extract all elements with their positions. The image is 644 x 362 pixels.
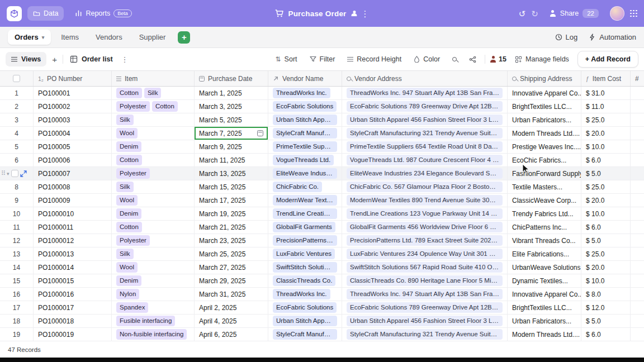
table-tab-supplier[interactable]: Supplier xyxy=(132,30,173,45)
vendor-address-cell[interactable]: EliteWeave Industries 234 Elegance Boule… xyxy=(342,167,508,180)
po-number-cell[interactable]: PO1000018 xyxy=(34,315,112,327)
purchase-date-cell[interactable]: March 7, 2025 xyxy=(195,127,268,140)
vendor-address-cell[interactable]: EcoFabric Solutions 789 Greenway Drive A… xyxy=(342,301,508,314)
item-cost-cell[interactable]: $ 12.0 xyxy=(581,301,631,314)
vendor-address-cell[interactable]: Urban Stitch Apparel 456 Fashion Street … xyxy=(342,113,508,126)
item-cell[interactable]: Nylon xyxy=(112,288,195,301)
column-header-add-field[interactable]: # xyxy=(631,71,644,86)
item-cell[interactable]: Polyester xyxy=(112,167,195,180)
view-kebab-icon[interactable]: ⋮ xyxy=(120,55,130,64)
column-header-item[interactable]: Item xyxy=(112,71,195,86)
row-number-cell[interactable]: 3 xyxy=(0,113,34,126)
item-cell[interactable]: Non-fusible interfacing xyxy=(112,328,195,341)
row-number-cell[interactable]: 2 xyxy=(0,100,34,113)
vendor-name-cell[interactable]: PrimeTextile Suppliers xyxy=(268,140,342,153)
shipping-address-cell[interactable]: Textile Masters... xyxy=(508,180,581,193)
views-button[interactable]: Views xyxy=(6,52,46,66)
expand-record-icon[interactable] xyxy=(20,170,27,177)
vendor-name-cell[interactable]: StyleCraft Manufact... xyxy=(268,328,342,341)
redo-icon[interactable]: ↻ xyxy=(531,9,538,18)
item-cost-cell[interactable]: $ 6.0 xyxy=(581,154,631,166)
item-cell[interactable]: PolyesterCotton xyxy=(112,100,195,113)
item-cell[interactable]: Cotton xyxy=(112,154,195,166)
row-number-cell[interactable]: 19 xyxy=(0,328,34,341)
item-cell[interactable]: Spandex xyxy=(112,301,195,314)
vendor-name-cell[interactable]: EcoFabric Solutions xyxy=(268,301,342,314)
shipping-address-cell[interactable]: Trendy Fabrics Ltd... xyxy=(508,207,581,220)
drag-handle-icon[interactable]: ⠿ xyxy=(1,170,5,177)
table-tab-orders[interactable]: Orders ▾ xyxy=(8,30,51,45)
item-cell[interactable]: Silk xyxy=(112,180,195,193)
nav-data-tab[interactable]: Data xyxy=(27,6,64,21)
po-number-cell[interactable]: PO1000011 xyxy=(34,221,112,234)
record-height-button[interactable]: Record Height xyxy=(343,53,405,66)
purchase-date-cell[interactable]: March 1, 2025 xyxy=(195,87,268,99)
item-cell[interactable]: Wool xyxy=(112,127,195,140)
vendor-address-cell[interactable]: LuxFabric Ventures 234 Opulence Way Unit… xyxy=(342,247,508,260)
vendor-name-cell[interactable]: PrecisionPatterns Ltd. xyxy=(268,234,342,247)
vendor-name-cell[interactable]: EliteWeave Industries xyxy=(268,167,342,180)
row-number-cell[interactable]: 15 xyxy=(0,274,34,287)
item-cost-cell[interactable]: $ 25.0 xyxy=(581,113,631,126)
purchase-date-cell[interactable]: March 13, 2025 xyxy=(195,167,268,180)
purchase-date-cell[interactable]: March 17, 2025 xyxy=(195,194,268,207)
item-cost-cell[interactable]: $ 20.0 xyxy=(581,127,631,140)
shipping-address-cell[interactable]: FashionForward Supply... xyxy=(508,167,581,180)
item-cost-cell[interactable]: $ 25.0 xyxy=(581,180,631,193)
purchase-date-cell[interactable]: March 3, 2025 xyxy=(195,100,268,113)
shipping-address-cell[interactable]: Modern Threads Ltd.... xyxy=(508,328,581,341)
po-number-cell[interactable]: PO100009 xyxy=(34,194,112,207)
undo-icon[interactable]: ↺ xyxy=(519,9,526,18)
item-cost-cell[interactable]: $ 6.0 xyxy=(581,328,631,341)
po-number-cell[interactable]: PO100006 xyxy=(34,154,112,166)
row-number-cell[interactable]: 9 xyxy=(0,194,34,207)
item-cell[interactable]: Silk xyxy=(112,247,195,260)
search-button[interactable] xyxy=(448,54,461,64)
item-cost-cell[interactable]: $ 20.0 xyxy=(581,194,631,207)
item-cost-cell[interactable]: $ 10.0 xyxy=(581,207,631,220)
log-button[interactable]: Log xyxy=(555,33,578,41)
item-cell[interactable]: CottonSilk xyxy=(112,87,195,99)
row-number-cell[interactable]: ⠿▾ xyxy=(0,167,34,180)
column-header-vendor-name[interactable]: Vendor Name xyxy=(268,71,342,86)
po-number-cell[interactable]: PO100008 xyxy=(34,180,112,193)
sort-button[interactable]: ⇅ Sort xyxy=(272,53,301,66)
vendor-name-cell[interactable]: LuxFabric Ventures xyxy=(268,247,342,260)
purchase-date-cell[interactable]: April 2, 2025 xyxy=(195,301,268,314)
row-number-cell[interactable]: 8 xyxy=(0,180,34,193)
vendor-address-cell[interactable]: ClassicThreads Co. 890 Heritage Lane Flo… xyxy=(342,274,508,287)
po-number-cell[interactable]: PO1000019 xyxy=(34,328,112,341)
shipping-address-cell[interactable]: Innovative Apparel Co... xyxy=(508,87,581,99)
item-cost-cell[interactable]: $ 25.0 xyxy=(581,247,631,260)
item-cost-cell[interactable]: $ 10.0 xyxy=(581,274,631,287)
add-view-button[interactable]: + xyxy=(51,55,58,64)
vendor-name-cell[interactable]: VogueThreads Ltd. xyxy=(268,154,342,166)
vendor-address-cell[interactable]: VogueThreads Ltd. 987 Couture Crescent F… xyxy=(342,154,508,166)
purchase-date-cell[interactable]: March 29, 2025 xyxy=(195,274,268,287)
calendar-icon[interactable] xyxy=(257,130,263,136)
shipping-address-cell[interactable]: EcoChic Fabrics... xyxy=(508,154,581,166)
vendor-name-cell[interactable]: GlobalFit Garments xyxy=(268,221,342,234)
share-button[interactable]: Share 22 xyxy=(544,6,604,21)
shipping-address-cell[interactable]: Vibrant Threads Co... xyxy=(508,234,581,247)
po-number-cell[interactable]: PO1000010 xyxy=(34,207,112,220)
shipping-address-cell[interactable]: Elite Fabrications... xyxy=(508,247,581,260)
shipping-address-cell[interactable]: Dynamic Textiles... xyxy=(508,274,581,287)
column-header-po-number[interactable]: 1₂ PO Number xyxy=(34,71,112,86)
item-cell[interactable]: Denim xyxy=(112,207,195,220)
row-number-cell[interactable]: 11 xyxy=(0,221,34,234)
item-cost-cell[interactable]: $ 5.0 xyxy=(581,167,631,180)
select-all-checkbox[interactable] xyxy=(13,75,20,82)
purchase-date-cell[interactable]: March 25, 2025 xyxy=(195,247,268,260)
collaborators-button[interactable]: 15 xyxy=(490,55,506,63)
po-number-cell[interactable]: PO100004 xyxy=(34,127,112,140)
nav-reports-tab[interactable]: Reports Beta xyxy=(69,6,137,21)
vendor-name-cell[interactable]: ChicFabric Co. xyxy=(268,180,342,193)
chevron-down-icon[interactable]: ▾ xyxy=(7,171,10,177)
app-logo-icon[interactable] xyxy=(7,6,22,21)
apps-grid-icon[interactable] xyxy=(630,10,637,17)
purchase-date-cell[interactable]: April 6, 2025 xyxy=(195,328,268,341)
title-kebab-icon[interactable]: ⋮ xyxy=(361,9,370,18)
vendor-address-cell[interactable]: ThreadWorks Inc. 947 Stuart Ally Apt 13B… xyxy=(342,288,508,301)
shipping-address-cell[interactable]: ChicPatterns Inc... xyxy=(508,221,581,234)
